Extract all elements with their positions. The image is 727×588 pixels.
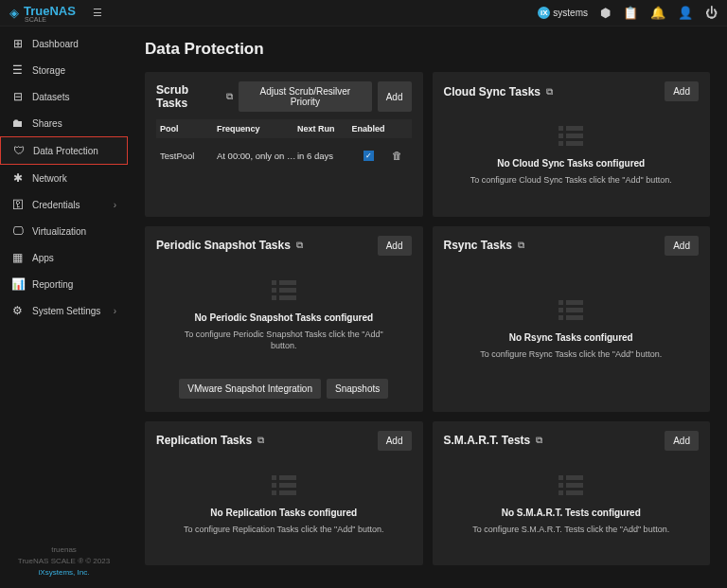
- trash-icon[interactable]: 🗑: [392, 150, 408, 161]
- sidebar-item-label: Storage: [32, 65, 65, 76]
- col-freq: Frequency: [217, 124, 297, 134]
- sidebar-item-network[interactable]: ✱Network: [0, 165, 128, 191]
- replication-card: Replication Tasks ⧉ Add No Replication T…: [145, 421, 423, 566]
- sidebar-item-virtualization[interactable]: 🖵Virtualization: [0, 218, 128, 244]
- clipboard-icon[interactable]: 📋: [623, 6, 638, 20]
- sidebar-item-label: Shares: [32, 118, 62, 129]
- smart-empty-text: To configure S.M.A.R.T. Tests click the …: [472, 524, 669, 536]
- sidebar-item-system-settings[interactable]: ⚙System Settings›: [0, 297, 128, 324]
- cloud-sync-empty-title: No Cloud Sync Tasks configured: [497, 158, 645, 169]
- sidebar-item-shares[interactable]: 🖿Shares: [0, 110, 128, 136]
- sidebar-item-label: System Settings: [32, 306, 100, 316]
- snapshots-button[interactable]: Snapshots: [327, 379, 388, 399]
- replication-empty-title: No Replication Tasks configured: [210, 508, 357, 518]
- sidebar-footer: truenas TrueNAS SCALE ® © 2023 iXsystems…: [0, 535, 128, 588]
- sidebar-item-datasets[interactable]: ⊟Datasets: [0, 83, 128, 110]
- cloud-sync-add-button[interactable]: Add: [665, 81, 699, 101]
- sidebar-item-label: Virtualization: [32, 226, 86, 237]
- sidebar: ⊞Dashboard☰Storage⊟Datasets🖿Shares🛡Data …: [0, 27, 128, 588]
- menu-toggle-icon[interactable]: ☰: [93, 7, 102, 19]
- scrub-title: Scrub Tasks: [156, 83, 221, 110]
- power-icon[interactable]: ⏻: [705, 6, 718, 20]
- rsync-title: Rsync Tasks: [444, 239, 513, 252]
- hexagon-icon[interactable]: ⬢: [600, 6, 611, 20]
- periodic-snapshot-card: Periodic Snapshot Tasks ⧉ Add No Periodi…: [145, 226, 423, 412]
- empty-state-icon: [559, 300, 583, 323]
- sidebar-item-dashboard[interactable]: ⊞Dashboard: [0, 30, 128, 57]
- smart-title: S.M.A.R.T. Tests: [444, 434, 531, 447]
- periodic-empty-title: No Periodic Snapshot Tasks configured: [194, 312, 373, 323]
- sidebar-item-label: Data Protection: [33, 146, 98, 156]
- scrub-table-row[interactable]: TestPool At 00:00, only on Su… in 6 days…: [156, 138, 412, 172]
- col-enabled: Enabled: [349, 124, 387, 134]
- empty-state-icon: [559, 475, 583, 498]
- vendor-text: systems: [553, 8, 588, 18]
- cell-next: in 6 days: [297, 151, 349, 161]
- system-settings-icon: ⚙: [11, 304, 24, 317]
- open-in-new-icon[interactable]: ⧉: [536, 435, 542, 446]
- topbar: ◈ TrueNAS SCALE ☰ iX systems ⬢ 📋 🔔 👤 ⏻: [0, 0, 727, 27]
- col-pool: Pool: [160, 124, 217, 134]
- apps-icon: ▦: [11, 251, 24, 264]
- scrub-tasks-card: Scrub Tasks ⧉ Adjust Scrub/Resilver Prio…: [145, 72, 423, 217]
- open-in-new-icon[interactable]: ⧉: [296, 240, 303, 251]
- credentials-icon: ⚿: [11, 198, 24, 211]
- periodic-empty-text: To configure Periodic Snapshot Tasks cli…: [180, 329, 388, 352]
- scrub-table-header: Pool Frequency Next Run Enabled: [156, 119, 412, 138]
- smart-tests-card: S.M.A.R.T. Tests ⧉ Add No S.M.A.R.T. Tes…: [433, 421, 711, 566]
- empty-state-icon: [559, 126, 583, 149]
- cloud-sync-title: Cloud Sync Tasks: [444, 85, 541, 98]
- open-in-new-icon[interactable]: ⧉: [226, 91, 233, 102]
- adjust-scrub-button[interactable]: Adjust Scrub/Resilver Priority: [239, 81, 372, 112]
- open-in-new-icon[interactable]: ⧉: [546, 86, 553, 98]
- sidebar-item-apps[interactable]: ▦Apps: [0, 244, 128, 271]
- open-in-new-icon[interactable]: ⧉: [518, 240, 524, 251]
- scrub-add-button[interactable]: Add: [378, 81, 412, 112]
- page-title: Data Protection: [145, 40, 710, 59]
- sidebar-item-credentials[interactable]: ⚿Credentials›: [0, 191, 128, 218]
- rsync-empty-text: To configure Rsync Tasks click the "Add"…: [480, 348, 662, 361]
- chevron-right-icon: ›: [114, 200, 116, 210]
- sidebar-item-label: Network: [32, 173, 67, 184]
- open-in-new-icon[interactable]: ⧉: [257, 435, 264, 446]
- cell-enabled[interactable]: ✓: [349, 150, 387, 161]
- smart-add-button[interactable]: Add: [665, 431, 699, 451]
- periodic-title: Periodic Snapshot Tasks: [156, 239, 291, 252]
- footer-version: TrueNAS SCALE ® © 2023: [9, 556, 118, 567]
- replication-title: Replication Tasks: [156, 434, 252, 447]
- main-content: Data Protection Scrub Tasks ⧉ Adjust Scr…: [128, 27, 727, 588]
- replication-add-button[interactable]: Add: [378, 431, 412, 451]
- rsync-empty-title: No Rsync Tasks configured: [509, 332, 633, 343]
- footer-host: truenas: [9, 544, 118, 556]
- dashboard-icon: ⊞: [11, 37, 24, 50]
- virtualization-icon: 🖵: [11, 224, 24, 238]
- sidebar-item-reporting[interactable]: 📊Reporting: [0, 271, 128, 297]
- bell-icon[interactable]: 🔔: [650, 6, 665, 20]
- data-protection-icon: 🛡: [12, 144, 25, 157]
- shares-icon: 🖿: [11, 116, 24, 130]
- logo[interactable]: ◈ TrueNAS SCALE: [9, 4, 76, 23]
- network-icon: ✱: [11, 171, 24, 185]
- rsync-card: Rsync Tasks ⧉ Add No Rsync Tasks configu…: [433, 226, 711, 412]
- sidebar-item-label: Credentials: [32, 200, 80, 210]
- sidebar-item-label: Datasets: [32, 92, 69, 102]
- account-icon[interactable]: 👤: [678, 6, 693, 20]
- cell-pool: TestPool: [160, 151, 217, 161]
- storage-icon: ☰: [11, 63, 24, 77]
- footer-vendor-link[interactable]: iXsystems, Inc.: [9, 567, 118, 579]
- periodic-add-button[interactable]: Add: [378, 236, 412, 256]
- checkbox-icon[interactable]: ✓: [364, 151, 374, 161]
- sidebar-item-label: Dashboard: [32, 39, 79, 49]
- col-next: Next Run: [297, 124, 349, 134]
- sidebar-item-data-protection[interactable]: 🛡Data Protection: [0, 136, 128, 165]
- cloud-sync-card: Cloud Sync Tasks ⧉ Add No Cloud Sync Tas…: [433, 72, 711, 217]
- rsync-add-button[interactable]: Add: [665, 236, 699, 256]
- vendor-logo[interactable]: iX systems: [538, 7, 588, 19]
- chevron-right-icon: ›: [114, 306, 116, 316]
- sidebar-item-label: Apps: [32, 253, 54, 263]
- sidebar-item-storage[interactable]: ☰Storage: [0, 57, 128, 83]
- empty-state-icon: [272, 280, 296, 303]
- logo-icon: ◈: [9, 6, 19, 20]
- cell-freq: At 00:00, only on Su…: [217, 151, 297, 161]
- vmware-snapshot-button[interactable]: VMware Snapshot Integration: [179, 379, 321, 399]
